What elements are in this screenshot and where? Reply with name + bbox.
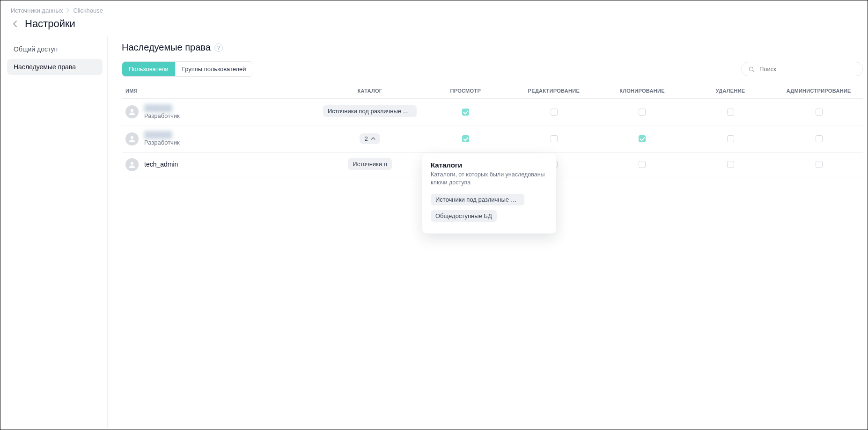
user-name: ██████ xyxy=(144,131,180,139)
back-button[interactable] xyxy=(11,20,19,28)
perm-del-checkbox[interactable] xyxy=(727,161,734,168)
search-icon xyxy=(748,66,755,73)
perm-admin-checkbox[interactable] xyxy=(816,109,823,116)
avatar xyxy=(125,105,139,118)
user-name: ██████ xyxy=(144,104,180,112)
perm-clone-checkbox[interactable] xyxy=(639,135,646,142)
col-header-catalog: Каталог xyxy=(318,83,421,99)
col-header-edit: Редактирование xyxy=(510,83,598,99)
svg-point-2 xyxy=(131,136,133,139)
perm-clone-checkbox[interactable] xyxy=(639,161,646,168)
catalog-chip[interactable]: Источники под различные С... xyxy=(323,105,417,117)
svg-point-0 xyxy=(749,67,753,71)
perm-edit-checkbox[interactable] xyxy=(551,135,558,142)
page-title: Настройки xyxy=(25,18,75,30)
sidebar-item-common-access[interactable]: Общий доступ xyxy=(7,41,103,57)
col-header-delete: Удаление xyxy=(686,83,775,99)
svg-point-3 xyxy=(131,162,133,165)
title-row: Настройки xyxy=(0,17,868,36)
perm-admin-checkbox[interactable] xyxy=(816,135,823,142)
chevron-right-icon xyxy=(66,7,69,14)
user-role: Разработчик xyxy=(144,112,180,120)
breadcrumb: Источники данных Clickhouse - xyxy=(0,0,868,17)
popover-desc: Каталоги, от которых были унаследованы к… xyxy=(431,171,548,187)
content: Наследуемые права ? Пользователи Группы … xyxy=(107,36,868,428)
breadcrumb-root[interactable]: Источники данных xyxy=(11,7,63,14)
user-role: Разработчик xyxy=(144,139,180,146)
col-header-admin: Администрирование xyxy=(774,83,863,99)
sidebar-item-inherited-rights[interactable]: Наследуемые права xyxy=(7,59,103,75)
catalog-chip[interactable]: Источники п xyxy=(348,158,391,170)
section-title: Наследуемые права xyxy=(122,42,211,53)
perm-view-checkbox[interactable] xyxy=(462,109,469,116)
search-input[interactable] xyxy=(758,65,856,73)
help-icon[interactable]: ? xyxy=(214,44,223,52)
col-header-view: Просмотр xyxy=(421,83,510,99)
search-field[interactable] xyxy=(741,62,863,76)
catalog-chip[interactable]: Источники под различные СУБД xyxy=(431,194,524,205)
perm-del-checkbox[interactable] xyxy=(727,109,734,116)
table-row: ██████Разработчик2 xyxy=(122,125,863,152)
breadcrumb-current[interactable]: Clickhouse - xyxy=(73,7,107,14)
popover-title: Каталоги xyxy=(431,161,548,169)
perm-view-checkbox[interactable] xyxy=(462,135,469,142)
tab-groups[interactable]: Группы пользователей xyxy=(175,62,253,76)
perm-del-checkbox[interactable] xyxy=(727,135,734,142)
tab-users[interactable]: Пользователи xyxy=(122,62,175,76)
perm-admin-checkbox[interactable] xyxy=(816,161,823,168)
avatar xyxy=(125,158,139,171)
table-row: ██████РазработчикИсточники под различные… xyxy=(122,99,863,125)
col-header-name: Имя xyxy=(122,83,318,99)
avatar xyxy=(125,132,139,146)
perm-edit-checkbox[interactable] xyxy=(551,109,558,116)
svg-point-1 xyxy=(131,109,133,112)
perm-clone-checkbox[interactable] xyxy=(639,109,646,116)
col-header-clone: Клонирование xyxy=(598,83,686,99)
catalog-count-chip[interactable]: 2 xyxy=(360,133,380,144)
catalog-chip[interactable]: Общедоступные БД xyxy=(431,210,497,222)
catalogs-popover: Каталоги Каталоги, от которых были унасл… xyxy=(422,153,556,233)
user-name: tech_admin xyxy=(144,160,178,168)
segmented-control: Пользователи Группы пользователей xyxy=(122,61,253,77)
catalog-count: 2 xyxy=(364,135,368,142)
chevron-up-icon xyxy=(371,135,375,142)
sidebar: Общий доступ Наследуемые права xyxy=(0,36,107,428)
